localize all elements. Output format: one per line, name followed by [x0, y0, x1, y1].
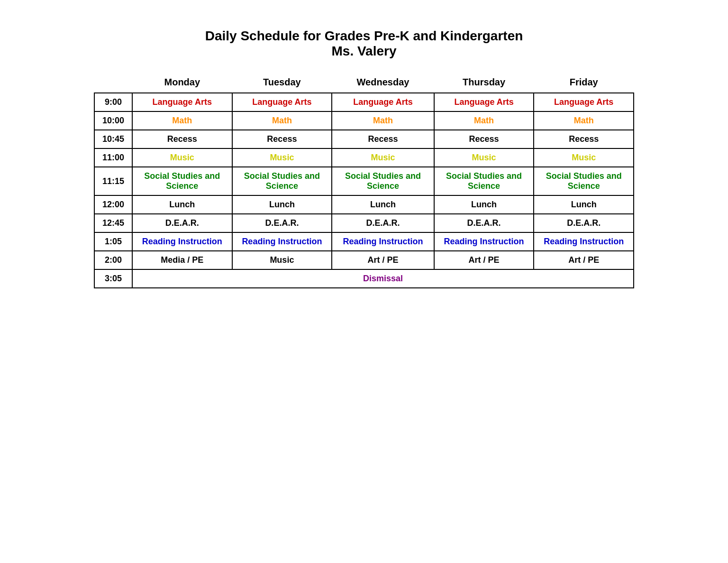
table-row: 10:45RecessRecessRecessRecessRecess — [94, 130, 634, 148]
tuesday-cell: Reading Instruction — [232, 232, 332, 251]
monday-cell: Media / PE — [132, 251, 232, 269]
thursday-cell: Lunch — [434, 195, 534, 214]
thursday-cell: Language Arts — [434, 93, 534, 111]
dismissal-time: 3:05 — [94, 269, 132, 288]
monday-cell: Lunch — [132, 195, 232, 214]
friday-cell: Music — [534, 148, 634, 167]
wednesday-cell: Recess — [332, 130, 434, 148]
table-row: 11:00MusicMusicMusicMusicMusic — [94, 148, 634, 167]
friday-cell: Math — [534, 111, 634, 130]
table-row: 12:00LunchLunchLunchLunchLunch — [94, 195, 634, 214]
wednesday-cell: Social Studies and Science — [332, 167, 434, 195]
schedule-table: Monday Tuesday Wednesday Thursday Friday… — [94, 73, 634, 288]
time-cell: 10:00 — [94, 111, 132, 130]
table-row: 11:15Social Studies and ScienceSocial St… — [94, 167, 634, 195]
monday-header: Monday — [132, 73, 232, 93]
table-row: 10:00MathMathMathMathMath — [94, 111, 634, 130]
monday-cell: Social Studies and Science — [132, 167, 232, 195]
friday-header: Friday — [534, 73, 634, 93]
wednesday-cell: Music — [332, 148, 434, 167]
time-cell: 12:45 — [94, 214, 132, 232]
tuesday-cell: Social Studies and Science — [232, 167, 332, 195]
wednesday-cell: Math — [332, 111, 434, 130]
time-cell: 12:00 — [94, 195, 132, 214]
tuesday-cell: Math — [232, 111, 332, 130]
wednesday-cell: Lunch — [332, 195, 434, 214]
time-cell: 2:00 — [94, 251, 132, 269]
thursday-cell: Math — [434, 111, 534, 130]
monday-cell: Music — [132, 148, 232, 167]
friday-cell: Recess — [534, 130, 634, 148]
thursday-cell: Reading Instruction — [434, 232, 534, 251]
wednesday-cell: Reading Instruction — [332, 232, 434, 251]
empty-header — [94, 73, 132, 93]
tuesday-header: Tuesday — [232, 73, 332, 93]
page-container: Daily Schedule for Grades Pre-K and Kind… — [80, 28, 648, 288]
title-block: Daily Schedule for Grades Pre-K and Kind… — [205, 28, 523, 59]
table-row: 1:05Reading InstructionReading Instructi… — [94, 232, 634, 251]
friday-cell: Art / PE — [534, 251, 634, 269]
tuesday-cell: Music — [232, 148, 332, 167]
title-line1: Daily Schedule for Grades Pre-K and Kind… — [205, 28, 523, 44]
friday-cell: Social Studies and Science — [534, 167, 634, 195]
time-cell: 9:00 — [94, 93, 132, 111]
monday-cell: Math — [132, 111, 232, 130]
table-row: 2:00Media / PEMusicArt / PEArt / PEArt /… — [94, 251, 634, 269]
monday-cell: Language Arts — [132, 93, 232, 111]
wednesday-cell: Art / PE — [332, 251, 434, 269]
friday-cell: D.E.A.R. — [534, 214, 634, 232]
table-row: 12:45D.E.A.R.D.E.A.R.D.E.A.R.D.E.A.R.D.E… — [94, 214, 634, 232]
wednesday-cell: D.E.A.R. — [332, 214, 434, 232]
thursday-header: Thursday — [434, 73, 534, 93]
schedule-body: 9:00Language ArtsLanguage ArtsLanguage A… — [94, 93, 634, 288]
tuesday-cell: Music — [232, 251, 332, 269]
time-cell: 10:45 — [94, 130, 132, 148]
friday-cell: Reading Instruction — [534, 232, 634, 251]
wednesday-cell: Language Arts — [332, 93, 434, 111]
monday-cell: D.E.A.R. — [132, 214, 232, 232]
tuesday-cell: Language Arts — [232, 93, 332, 111]
monday-cell: Recess — [132, 130, 232, 148]
tuesday-cell: D.E.A.R. — [232, 214, 332, 232]
title-line2: Ms. Valery — [205, 44, 523, 59]
time-cell: 11:00 — [94, 148, 132, 167]
thursday-cell: Social Studies and Science — [434, 167, 534, 195]
monday-cell: Reading Instruction — [132, 232, 232, 251]
friday-cell: Lunch — [534, 195, 634, 214]
table-row: 9:00Language ArtsLanguage ArtsLanguage A… — [94, 93, 634, 111]
time-cell: 11:15 — [94, 167, 132, 195]
tuesday-cell: Recess — [232, 130, 332, 148]
friday-cell: Language Arts — [534, 93, 634, 111]
dismissal-content: Dismissal — [132, 269, 634, 288]
thursday-cell: Recess — [434, 130, 534, 148]
wednesday-header: Wednesday — [332, 73, 434, 93]
thursday-cell: Music — [434, 148, 534, 167]
header-row: Monday Tuesday Wednesday Thursday Friday — [94, 73, 634, 93]
thursday-cell: D.E.A.R. — [434, 214, 534, 232]
thursday-cell: Art / PE — [434, 251, 534, 269]
tuesday-cell: Lunch — [232, 195, 332, 214]
dismissal-row: 3:05Dismissal — [94, 269, 634, 288]
time-cell: 1:05 — [94, 232, 132, 251]
